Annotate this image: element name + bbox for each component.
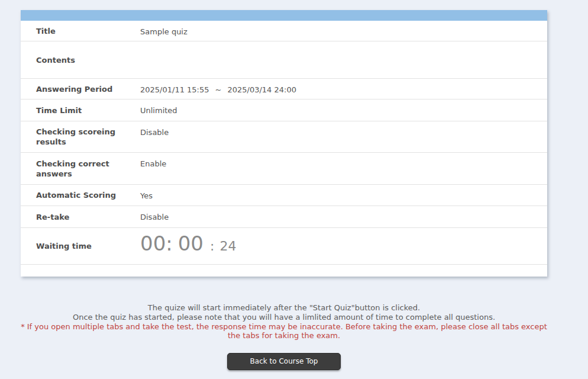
note-line-1: The quize will start immediately after t… xyxy=(21,303,547,313)
timer-colon-1: : xyxy=(166,232,172,255)
timer-seconds: 24 xyxy=(219,239,236,253)
row-answering-period: Answering Period 2025/01/11 15:55~2025/0… xyxy=(21,79,547,99)
row-title: Title Sample quiz xyxy=(21,21,547,41)
row-checking-scoring-results: Checking scoreing results Disable xyxy=(21,121,547,153)
contents-label: Contents xyxy=(21,41,140,78)
row-time-limit: Time Limit Unlimited xyxy=(21,99,547,121)
quiz-info-card: Title Sample quiz Contents Answering Per… xyxy=(21,10,547,277)
checking-scoring-results-value: Disable xyxy=(140,121,547,152)
row-retake: Re-take Disable xyxy=(21,206,547,228)
title-value: Sample quiz xyxy=(140,21,547,41)
contents-value xyxy=(140,41,547,78)
timer-minutes: 00 xyxy=(178,232,203,255)
quiz-notes: The quize will start immediately after t… xyxy=(21,303,547,341)
waiting-time-value: 00:00:24 xyxy=(140,228,547,264)
waiting-timer: 00:00:24 xyxy=(140,232,547,258)
back-to-course-top-button[interactable]: Back to Course Top xyxy=(227,353,341,370)
row-automatic-scoring: Automatic Scoring Yes xyxy=(21,185,547,206)
answering-period-label: Answering Period xyxy=(21,79,140,99)
row-contents: Contents xyxy=(21,41,547,79)
note-warning: * If you open multiple tabs and take the… xyxy=(21,322,547,341)
timer-colon-2: : xyxy=(210,239,214,253)
card-header-bar xyxy=(21,10,547,21)
button-row: Back to Course Top xyxy=(21,353,547,370)
title-label: Title xyxy=(21,21,140,41)
retake-value: Disable xyxy=(140,206,547,227)
checking-correct-answers-value: Enable xyxy=(140,153,547,184)
row-checking-correct-answers: Checking correct answers Enable xyxy=(21,153,547,185)
time-limit-label: Time Limit xyxy=(21,99,140,121)
answering-period-value: 2025/01/11 15:55~2025/03/14 24:00 xyxy=(140,79,547,99)
period-start: 2025/01/11 15:55 xyxy=(140,85,209,94)
note-line-2: Once the quiz has started, please note t… xyxy=(21,313,547,322)
automatic-scoring-label: Automatic Scoring xyxy=(21,185,140,205)
automatic-scoring-value: Yes xyxy=(140,185,547,205)
timer-hours: 00 xyxy=(140,232,166,255)
period-end: 2025/03/14 24:00 xyxy=(227,85,296,94)
card-footer-strip xyxy=(21,265,547,277)
checking-correct-answers-label: Checking correct answers xyxy=(21,153,140,184)
retake-label: Re-take xyxy=(21,206,140,227)
row-waiting-time: Waiting time 00:00:24 xyxy=(21,228,547,265)
time-limit-value: Unlimited xyxy=(140,99,547,121)
period-separator: ~ xyxy=(215,85,222,95)
checking-scoring-results-label: Checking scoreing results xyxy=(21,121,140,152)
waiting-time-label: Waiting time xyxy=(21,228,140,264)
